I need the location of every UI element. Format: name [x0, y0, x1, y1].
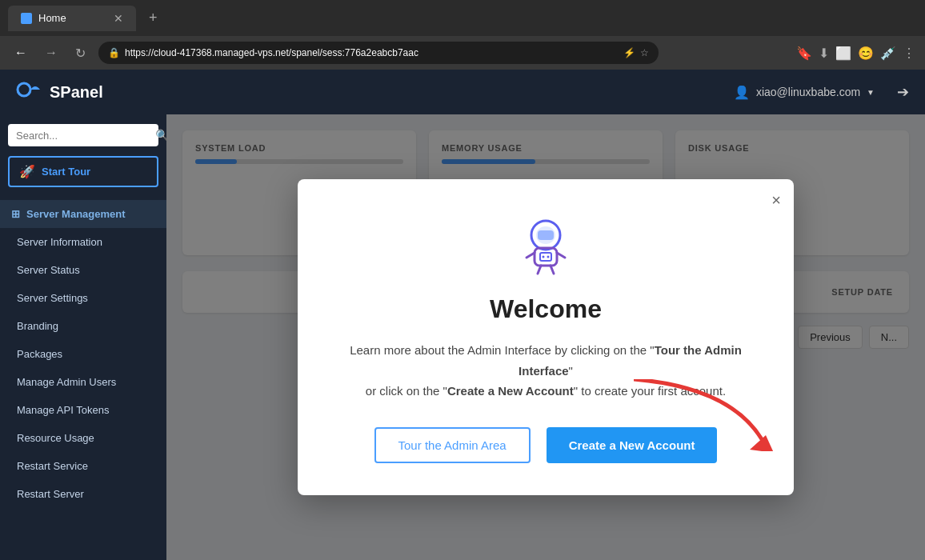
search-box[interactable]: 🔍	[8, 124, 158, 146]
app-wrapper: SPanel 👤 xiao@linuxbabe.com ▼ ➔ 🔍 🚀 Star…	[0, 70, 925, 560]
modal-close-button[interactable]: ×	[771, 192, 781, 208]
logo-icon	[16, 77, 42, 108]
user-icon: 👤	[734, 85, 750, 100]
url-display: https://cloud-417368.managed-vps.net/spa…	[125, 47, 619, 58]
browser-toolbar-icons: 🔖 ⬇ ⬜ 😊 💉 ⋮	[796, 46, 915, 61]
rocket-icon: 🚀	[19, 164, 35, 179]
svg-rect-10	[540, 253, 551, 261]
logo-area: SPanel	[16, 77, 103, 108]
content-area: SYSTEM LOAD MEMORY USAGE DISK USAGE	[166, 114, 925, 560]
tab-title: Home	[38, 12, 66, 24]
sidebar: 🔍 🚀 Start Tour ⊞ Server Management Serve…	[0, 114, 166, 560]
sidebar-item-server-information[interactable]: Server Information	[0, 228, 166, 256]
nav-forward-button[interactable]: →	[40, 42, 62, 63]
search-input[interactable]	[16, 130, 150, 142]
logo-text: SPanel	[50, 83, 103, 102]
modal-icon-area	[330, 211, 762, 275]
profile-icon[interactable]: 😊	[858, 46, 874, 61]
astronaut-icon	[514, 211, 578, 275]
bookmark-icon[interactable]: 🔖	[796, 46, 812, 61]
chevron-down-icon: ▼	[867, 88, 875, 97]
nav-user-menu[interactable]: 👤 xiao@linuxbabe.com ▼	[734, 85, 875, 100]
sidebar-section-server-management: ⊞ Server Management	[0, 200, 166, 228]
nav-refresh-button[interactable]: ↻	[70, 42, 90, 64]
user-email: xiao@linuxbabe.com	[756, 86, 860, 98]
tab-close-button[interactable]: ✕	[114, 12, 123, 25]
new-tab-button[interactable]: +	[142, 6, 164, 30]
svg-line-8	[538, 266, 541, 274]
nav-back-button[interactable]: ←	[10, 42, 32, 63]
modal-buttons: Tour the Admin Area Create a New Account	[330, 427, 762, 463]
arrow-pointer	[634, 379, 778, 451]
tab-favicon	[21, 13, 32, 24]
main-layout: 🔍 🚀 Start Tour ⊞ Server Management Serve…	[0, 114, 925, 560]
browser-tab[interactable]: Home ✕	[8, 6, 136, 31]
browser-titlebar: Home ✕ +	[0, 0, 925, 36]
tabs-icon[interactable]: ⬜	[835, 46, 851, 61]
sidebar-item-branding[interactable]: Branding	[0, 312, 166, 340]
address-bar-row: ← → ↻ 🔒 https://cloud-417368.managed-vps…	[0, 36, 925, 70]
sidebar-item-restart-service[interactable]: Restart Service	[0, 452, 166, 480]
star-icon: ☆	[640, 47, 649, 58]
lock-icon: 🔒	[108, 47, 120, 58]
sidebar-item-resource-usage[interactable]: Resource Usage	[0, 424, 166, 452]
svg-point-1	[18, 83, 30, 96]
sidebar-item-server-status[interactable]: Server Status	[0, 256, 166, 284]
extensions-icon[interactable]: ⋮	[903, 46, 915, 61]
svg-point-11	[543, 256, 545, 258]
modal-title: Welcome	[330, 294, 762, 324]
search-icon: 🔍	[155, 129, 166, 142]
start-tour-button[interactable]: 🚀 Start Tour	[8, 156, 158, 187]
grid-icon: ⊞	[11, 208, 20, 220]
eyedropper-icon[interactable]: 💉	[880, 46, 896, 61]
sidebar-item-manage-api-tokens[interactable]: Manage API Tokens	[0, 396, 166, 424]
download-icon[interactable]: ⬇	[819, 46, 829, 61]
sidebar-item-packages[interactable]: Packages	[0, 340, 166, 368]
sidebar-item-manage-admin-users[interactable]: Manage Admin Users	[0, 368, 166, 396]
modal-overlay[interactable]: ×	[166, 114, 925, 560]
svg-rect-4	[538, 230, 554, 240]
address-bar[interactable]: 🔒 https://cloud-417368.managed-vps.net/s…	[98, 42, 659, 64]
top-nav: SPanel 👤 xiao@linuxbabe.com ▼ ➔	[0, 70, 925, 114]
svg-point-12	[547, 256, 550, 258]
sidebar-item-restart-server[interactable]: Restart Server	[0, 480, 166, 508]
sidebar-item-server-settings[interactable]: Server Settings	[0, 284, 166, 312]
logout-icon[interactable]: ➔	[897, 83, 909, 101]
lightning-icon: ⚡	[623, 47, 635, 58]
svg-line-9	[551, 266, 554, 274]
tour-admin-area-button[interactable]: Tour the Admin Area	[374, 427, 531, 463]
welcome-modal: ×	[298, 179, 794, 495]
svg-rect-0	[22, 14, 30, 22]
